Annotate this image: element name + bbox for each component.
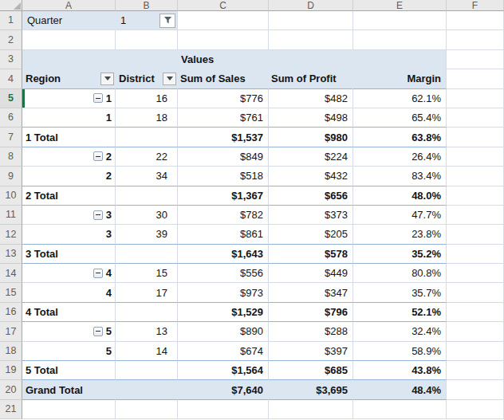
empty-cell[interactable] [178,400,269,419]
row-header-4[interactable]: 4 [0,69,22,88]
empty-cell[interactable] [353,400,447,419]
cell-district-header[interactable]: District [116,69,178,88]
empty-cell[interactable] [447,128,504,147]
total-label-cell[interactable]: 3 Total [22,245,116,264]
collapse-button[interactable] [93,151,103,161]
row-header-7[interactable]: 7 [0,128,22,147]
district-cell[interactable]: 15 [116,264,178,283]
profit-cell[interactable]: $373 [269,206,353,225]
select-all-corner[interactable] [0,0,22,11]
row-header-15[interactable]: 15 [0,283,22,302]
row-header-17[interactable]: 17 [0,322,22,341]
region-cell[interactable]: 5 [22,342,116,361]
sales-cell[interactable]: $1,564 [178,361,269,380]
margin-cell[interactable]: 52.1% [353,303,447,322]
sales-cell[interactable]: $761 [178,108,269,128]
row-header-21[interactable]: 21 [0,400,22,419]
region-cell[interactable]: 1 [22,89,116,108]
profit-cell[interactable]: $205 [269,225,353,244]
empty-cell[interactable] [353,11,447,30]
region-filter-button[interactable] [100,73,114,85]
empty-cell[interactable] [447,69,504,88]
region-cell[interactable]: 2 [22,147,116,167]
district-cell[interactable]: 22 [116,147,178,167]
district-filter-button[interactable] [163,73,176,85]
profit-cell[interactable]: $432 [269,167,353,186]
profit-cell[interactable]: $288 [269,322,353,341]
empty-cell[interactable] [447,380,504,399]
empty-cell[interactable] [447,283,504,302]
margin-cell[interactable]: 58.9% [353,342,447,361]
sales-cell[interactable]: $556 [178,264,269,283]
sales-cell[interactable]: $776 [178,89,269,108]
sales-cell[interactable]: $1,367 [178,186,269,206]
sales-cell[interactable]: $1,643 [178,245,269,264]
row-header-14[interactable]: 14 [0,264,22,283]
empty-cell[interactable] [447,206,504,225]
sales-cell[interactable]: $7,640 [178,380,269,399]
sales-cell[interactable]: $1,529 [178,303,269,322]
empty-cell[interactable] [116,380,178,399]
row-header-10[interactable]: 10 [0,186,22,206]
sales-cell[interactable]: $973 [178,283,269,302]
row-header-11[interactable]: 11 [0,206,22,225]
region-cell[interactable]: 4 [22,283,116,302]
row-header-9[interactable]: 9 [0,167,22,186]
row-header-12[interactable]: 12 [0,225,22,244]
empty-cell[interactable] [447,167,504,186]
row-header-5[interactable]: 5 [0,89,22,108]
margin-cell[interactable]: 62.1% [353,89,447,108]
empty-cell[interactable] [116,186,178,206]
total-label-cell[interactable]: 1 Total [22,128,116,147]
empty-cell[interactable] [116,303,178,322]
empty-cell[interactable] [269,50,353,69]
cell-profit-header[interactable]: Sum of Profit [269,69,353,88]
column-header-E[interactable]: E [353,0,447,11]
district-cell[interactable]: 18 [116,108,178,128]
profit-cell[interactable]: $796 [269,303,353,322]
collapse-button[interactable] [93,93,103,103]
margin-cell[interactable]: 35.7% [353,283,447,302]
empty-cell[interactable] [447,89,504,108]
margin-cell[interactable]: 23.8% [353,225,447,244]
empty-cell[interactable] [178,11,269,30]
profit-cell[interactable]: $347 [269,283,353,302]
row-header-20[interactable]: 20 [0,380,22,399]
margin-cell[interactable]: 83.4% [353,167,447,186]
empty-cell[interactable] [447,342,504,361]
district-cell[interactable]: 14 [116,342,178,361]
margin-cell[interactable]: 43.8% [353,361,447,380]
empty-cell[interactable] [22,50,116,69]
district-cell[interactable]: 30 [116,206,178,225]
sales-cell[interactable]: $1,537 [178,128,269,147]
total-label-cell[interactable]: 2 Total [22,186,116,206]
column-header-C[interactable]: C [178,0,269,11]
cell-quarter-value[interactable]: 1 [116,11,178,30]
profit-cell[interactable]: $397 [269,342,353,361]
column-header-F[interactable]: F [447,0,504,11]
row-header-8[interactable]: 8 [0,147,22,167]
empty-cell[interactable] [447,186,504,206]
profit-cell[interactable]: $482 [269,89,353,108]
sales-cell[interactable]: $518 [178,167,269,186]
empty-cell[interactable] [178,30,269,49]
collapse-button[interactable] [93,327,103,336]
region-cell[interactable]: 2 [22,167,116,186]
sales-cell[interactable]: $674 [178,342,269,361]
cell-margin-header[interactable]: Margin [353,69,447,88]
margin-cell[interactable]: 80.8% [353,264,447,283]
district-cell[interactable]: 13 [116,322,178,341]
empty-cell[interactable] [116,128,178,147]
profit-cell[interactable]: $224 [269,147,353,167]
column-header-A[interactable]: A [22,0,116,11]
empty-cell[interactable] [447,30,504,49]
total-label-cell[interactable]: 5 Total [22,361,116,380]
margin-cell[interactable]: 48.4% [353,380,447,399]
empty-cell[interactable] [447,11,504,30]
region-cell[interactable]: 3 [22,206,116,225]
empty-cell[interactable] [116,30,178,49]
empty-cell[interactable] [116,50,178,69]
district-cell[interactable]: 39 [116,225,178,244]
row-header-16[interactable]: 16 [0,303,22,322]
district-cell[interactable]: 17 [116,283,178,302]
